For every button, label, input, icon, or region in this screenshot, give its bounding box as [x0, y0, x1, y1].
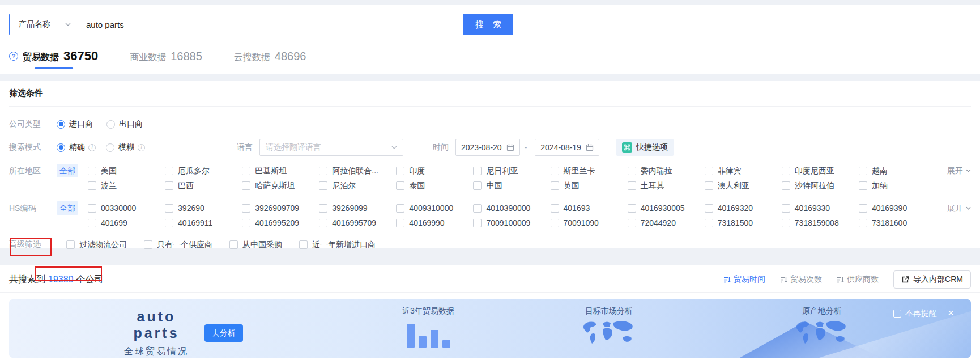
hs-code-checkbox-option[interactable]: 7318159008 — [782, 215, 859, 230]
hs-code-checkbox-option[interactable]: 392690 — [165, 201, 242, 215]
checkbox[interactable] — [88, 219, 96, 227]
checkbox[interactable] — [299, 240, 308, 249]
banner-item-origin[interactable]: 原产地分析 — [774, 306, 870, 349]
checkbox[interactable] — [88, 167, 96, 175]
hs-code-checkbox-option[interactable]: 4016930005 — [628, 201, 705, 215]
radio-icon[interactable] — [106, 120, 115, 129]
checkbox[interactable] — [628, 219, 636, 227]
region-expand-button[interactable]: 展开 — [936, 163, 971, 178]
sort-supplier-count[interactable]: 供应商数 — [837, 274, 879, 285]
quick-options-button[interactable]: 快捷选项 — [616, 139, 674, 156]
hs-code-checkbox-option[interactable]: 40169990 — [396, 215, 473, 230]
checkbox[interactable] — [319, 219, 327, 227]
checkbox[interactable] — [705, 167, 713, 175]
checkbox[interactable] — [859, 219, 867, 227]
advanced-checkbox-option[interactable]: 过滤物流公司 — [66, 237, 127, 252]
tab-trade-data[interactable]: ? 贸易数据 36750 — [9, 49, 98, 71]
checkbox[interactable] — [782, 181, 790, 190]
language-select[interactable]: 请选择翻译语言 — [259, 139, 403, 156]
region-checkbox-option[interactable]: 加纳 — [859, 178, 936, 193]
region-checkbox-option[interactable]: 波兰 — [88, 178, 165, 193]
checkbox[interactable] — [628, 204, 636, 213]
checkbox[interactable] — [165, 167, 173, 175]
hs-code-checkbox-option[interactable]: 4016995709 — [319, 215, 396, 230]
hs-code-expand-button[interactable]: 展开 — [936, 201, 971, 215]
checkbox[interactable] — [551, 167, 559, 175]
checkbox[interactable] — [551, 181, 559, 190]
tab-cloud-search-data[interactable]: 云搜数据 48696 — [234, 50, 306, 71]
region-checkbox-option[interactable]: 尼日利亚 — [473, 163, 550, 178]
checkbox[interactable] — [859, 204, 867, 213]
region-checkbox-option[interactable]: 巴基斯坦 — [242, 163, 319, 178]
checkbox[interactable] — [782, 219, 790, 227]
checkbox[interactable] — [859, 181, 867, 190]
hs-code-checkbox-option[interactable]: 39269099 — [319, 201, 396, 215]
analyze-button[interactable]: 去分析 — [204, 324, 243, 342]
search-category-dropdown[interactable]: 产品名称 — [10, 19, 79, 29]
search-button[interactable]: 搜 索 — [463, 14, 513, 35]
region-checkbox-option[interactable]: 哈萨克斯坦 — [242, 178, 319, 193]
region-checkbox-option[interactable]: 英国 — [551, 178, 628, 193]
hs-code-checkbox-option[interactable]: 40169330 — [782, 201, 859, 215]
sort-trade-count[interactable]: 贸易次数 — [780, 274, 822, 285]
tab-business-data[interactable]: 商业数据 16885 — [130, 50, 202, 71]
checkbox[interactable] — [229, 240, 238, 249]
checkbox[interactable] — [66, 240, 75, 249]
checkbox[interactable] — [473, 204, 482, 213]
region-checkbox-option[interactable]: 厄瓜多尔 — [165, 163, 242, 178]
checkbox[interactable] — [473, 219, 482, 227]
import-crm-button[interactable]: 导入内部CRM — [893, 270, 971, 289]
checkbox[interactable] — [242, 167, 250, 175]
region-checkbox-option[interactable]: 美国 — [88, 163, 165, 178]
advanced-checkbox-option[interactable]: 从中国采购 — [229, 237, 282, 252]
region-checkbox-option[interactable]: 印度 — [396, 163, 473, 178]
radio-exact[interactable]: 精确 — [57, 142, 85, 153]
region-checkbox-option[interactable]: 菲律宾 — [705, 163, 782, 178]
region-checkbox-option[interactable]: 印度尼西亚 — [782, 163, 859, 178]
hs-code-checkbox-option[interactable]: 7009100009 — [473, 215, 550, 230]
checkbox[interactable] — [628, 181, 636, 190]
banner-item-trade-3yr[interactable]: 近3年贸易数据 — [380, 306, 476, 348]
checkbox[interactable] — [705, 219, 713, 227]
checkbox[interactable] — [705, 204, 713, 213]
checkbox[interactable] — [551, 204, 559, 213]
checkbox[interactable] — [551, 219, 559, 227]
radio-exporter[interactable]: 出口商 — [106, 119, 143, 129]
checkbox[interactable] — [165, 204, 173, 213]
region-checkbox-option[interactable]: 巴西 — [165, 178, 242, 193]
checkbox[interactable] — [319, 181, 327, 190]
hs-code-checkbox-option[interactable]: 401693 — [551, 201, 628, 215]
hs-code-checkbox-option[interactable]: 4009310000 — [396, 201, 473, 215]
checkbox[interactable] — [782, 204, 790, 213]
checkbox[interactable] — [396, 181, 404, 190]
search-input[interactable] — [79, 20, 463, 29]
hs-code-checkbox-option[interactable]: 40169320 — [705, 201, 782, 215]
hs-code-checkbox-option[interactable]: 4010390000 — [473, 201, 550, 215]
radio-icon[interactable] — [57, 143, 65, 152]
checkbox[interactable] — [396, 167, 404, 175]
sort-trade-time[interactable]: 贸易时间 — [723, 274, 765, 285]
radio-icon[interactable] — [57, 120, 65, 129]
banner-item-target-market[interactable]: 目标市场分析 — [561, 306, 657, 349]
radio-icon[interactable] — [106, 143, 114, 152]
region-checkbox-option[interactable]: 沙特阿拉伯 — [782, 178, 859, 193]
info-icon[interactable]: i — [88, 144, 96, 151]
radio-importer[interactable]: 进口商 — [57, 119, 93, 129]
date-start-input[interactable]: 2023-08-20 — [455, 139, 520, 156]
info-icon[interactable]: i — [138, 144, 145, 151]
checkbox[interactable] — [859, 167, 867, 175]
checkbox[interactable] — [473, 181, 482, 190]
region-checkbox-option[interactable]: 委内瑞拉 — [628, 163, 705, 178]
region-checkbox-option[interactable]: 中国 — [473, 178, 550, 193]
checkbox[interactable] — [88, 181, 96, 190]
region-checkbox-option[interactable]: 越南 — [859, 163, 936, 178]
region-checkbox-option[interactable]: 斯里兰卡 — [551, 163, 628, 178]
checkbox[interactable] — [319, 167, 327, 175]
checkbox[interactable] — [165, 219, 173, 227]
hs-code-checkbox-option[interactable]: 401699 — [88, 215, 165, 230]
hs-code-checkbox-option[interactable]: 73181500 — [705, 215, 782, 230]
checkbox[interactable] — [893, 310, 901, 318]
hs-code-checkbox-option[interactable]: 40169390 — [859, 201, 936, 215]
advanced-checkbox-option[interactable]: 只有一个供应商 — [144, 237, 212, 252]
checkbox[interactable] — [242, 204, 250, 213]
